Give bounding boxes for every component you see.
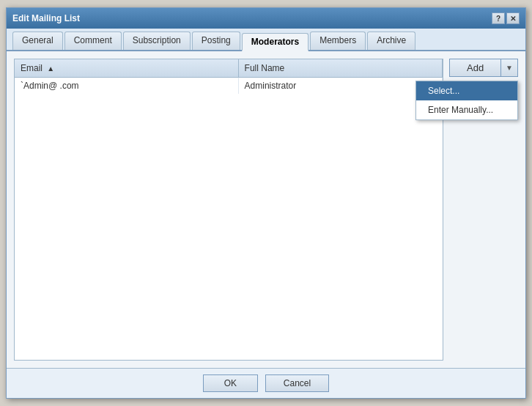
add-button-wrapper: Add ▼ (449, 59, 518, 77)
tab-comment[interactable]: Comment (64, 32, 122, 50)
tab-moderators[interactable]: Moderators (242, 33, 309, 51)
dialog-title: Edit Mailing List (12, 13, 80, 23)
email-sort-arrow: ▲ (47, 64, 54, 73)
dialog-footer: OK Cancel (7, 368, 525, 398)
title-bar-buttons: ? ✕ (492, 12, 520, 24)
add-button[interactable]: Add (449, 59, 500, 77)
tab-members[interactable]: Members (310, 32, 366, 50)
tab-general[interactable]: General (12, 32, 63, 50)
moderators-table-container: Email ▲ Full Name `Admin@ .c (14, 59, 443, 361)
cancel-button[interactable]: Cancel (265, 374, 329, 392)
table-row[interactable]: `Admin@ .com Administrator (15, 78, 443, 95)
email-column-header[interactable]: Email ▲ (15, 59, 238, 78)
edit-mailing-list-dialog: Edit Mailing List ? ✕ General Comment Su… (6, 7, 526, 399)
enter-manually-option[interactable]: Enter Manually... (416, 100, 517, 119)
fullname-column-header: Full Name (238, 59, 443, 78)
tabs-bar: General Comment Subscription Posting Mod… (7, 29, 525, 51)
tab-archive[interactable]: Archive (367, 32, 415, 50)
add-dropdown-menu: Select... Enter Manually... (415, 81, 518, 120)
add-dropdown-arrow[interactable]: ▼ (500, 59, 518, 77)
select-option[interactable]: Select... (416, 81, 517, 100)
ok-button[interactable]: OK (203, 374, 258, 392)
title-bar: Edit Mailing List ? ✕ (7, 8, 525, 29)
email-cell: `Admin@ .com (15, 78, 238, 95)
help-button[interactable]: ? (492, 12, 505, 24)
content-area: Email ▲ Full Name `Admin@ .c (7, 51, 525, 368)
main-layout: Email ▲ Full Name `Admin@ .c (14, 59, 518, 361)
tab-posting[interactable]: Posting (192, 32, 240, 50)
close-button[interactable]: ✕ (506, 12, 520, 24)
moderators-table: Email ▲ Full Name `Admin@ .c (15, 59, 443, 94)
tab-subscription[interactable]: Subscription (123, 32, 191, 50)
add-section: Add ▼ Select... Enter Manually... (449, 59, 518, 361)
fullname-cell: Administrator (238, 78, 443, 95)
